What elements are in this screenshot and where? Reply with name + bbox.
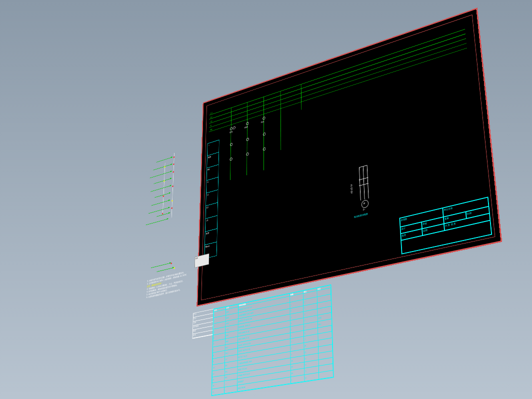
- bom-table: 序号 代号 名称及规格 数量 单位 备注 1QF1断路器 DZ47-63 C32…: [211, 284, 334, 396]
- drawing-sheet[interactable]: L1 L2 L3 N PE QF1 KM1 FU1: [196, 8, 502, 306]
- bus-n-lbl: N: [210, 124, 212, 127]
- bom-cell: 2: [290, 375, 304, 384]
- node-dot: [172, 200, 173, 202]
- bom-header-block: 序号 代号 名称 型号规格 数量 备注: [192, 308, 214, 338]
- bom-cell: m: [304, 372, 318, 381]
- node-dot: [173, 171, 174, 173]
- node-dot: [174, 156, 175, 158]
- bom-cell: —: [224, 385, 238, 394]
- sheet-inner-border: [201, 14, 495, 300]
- tb-blank: [401, 220, 492, 254]
- motor-rating: 3~: [363, 208, 366, 211]
- cad-3d-viewport[interactable]: L1 L2 L3 N PE QF1 KM1 FU1: [0, 0, 532, 399]
- notes-text-block: 1. 本图为电气原理示意图，所有元件按功能位置排列。 2. 主回路采用 AC 3…: [146, 263, 218, 298]
- bom-table-grid: 序号 代号 名称及规格 数量 单位 备注 1QF1断路器 DZ47-63 C32…: [212, 285, 334, 396]
- tb-scale: 重量: [444, 212, 466, 224]
- bom-body: 1QF1断路器 DZ47-63 C321只2KM1交流接触器 CJX2-1810…: [212, 288, 334, 396]
- node-dot: [163, 196, 164, 198]
- node-dot: [173, 164, 174, 166]
- bom-cell: 14: [212, 388, 224, 396]
- overlay-annotation-cluster: [142, 144, 202, 262]
- strip-row: Block: [204, 242, 216, 258]
- node-dot: [171, 207, 172, 209]
